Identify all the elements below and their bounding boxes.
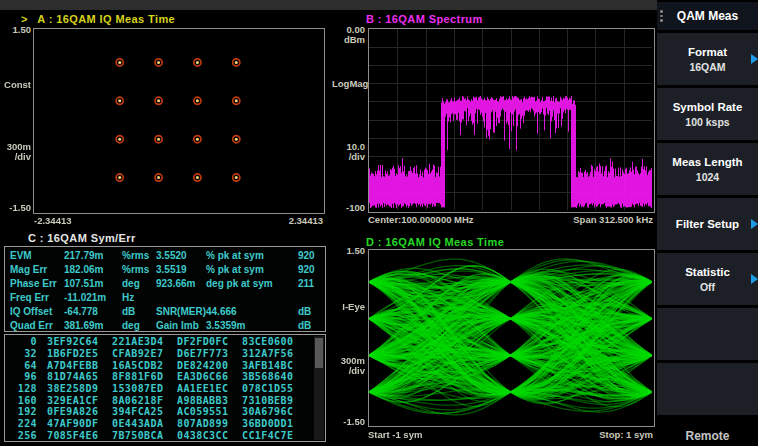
trace-d-title: D : 16QAM IQ Meas Time — [366, 236, 504, 248]
eye-plot — [368, 249, 655, 427]
softkey-filter-setup[interactable]: Filter Setup — [657, 198, 758, 250]
sym-err-row: IQ Offset-64.778dBSNR(MER)44.666dB — [5, 304, 325, 318]
hex-row: 03EF92C64221AE3D4DF2FD0FC83CE0600 — [5, 336, 325, 348]
sym-err-table: EVM217.79m%rms3.5520% pk at sym920Mag Er… — [4, 246, 326, 332]
trace-a-title: A : 16QAM IQ Meas Time — [37, 13, 175, 25]
b-axis-scale-unit: /div — [332, 151, 365, 162]
trace-b-title: B : 16QAM Spectrum — [366, 13, 483, 25]
b-axis-format: LogMag — [332, 78, 365, 89]
a-axis-format: Const — [0, 79, 31, 90]
submenu-arrow-icon — [751, 54, 758, 64]
hex-row: 2567085F4E67B750BCA0438C3CCCC1F4C7E — [5, 430, 325, 442]
hex-row: 321B6FD2E5CFAB92E7D6E7F773312A7F56 — [5, 348, 325, 360]
sym-err-row: Freq Err-11.021mHz — [5, 290, 325, 304]
spectrum-canvas — [369, 29, 652, 210]
a-axis-ref-bottom: -1.50 — [0, 202, 31, 213]
softkey-format[interactable]: Format16QAM — [657, 33, 758, 85]
hex-row: 64A7D4FEBB16A5CDB2DE8242003AFB14BC — [5, 359, 325, 371]
hex-row: 160329EA1CF8A06218FA98BABB37310BEB9 — [5, 394, 325, 406]
trace-c-title: C : 16QAM Sym/Err — [28, 232, 136, 244]
a-axis-x-right: 2.34413 — [233, 215, 323, 226]
sym-err-row: Quad Err381.69mdegGain Imb3.5359mdB — [5, 318, 325, 332]
d-axis-scale-unit: /div — [332, 365, 365, 376]
hex-row: 12838E258D9153087EDAA1EE1EC078C1D55 — [5, 383, 325, 395]
softkey-menu: QAM Meas Format16QAMSymbol Rate100 kspsM… — [657, 0, 758, 446]
symbol-hex-table: 03EF92C64221AE3D4DF2FD0FC83CE0600321B6FD… — [4, 334, 326, 442]
spectrum-plot — [368, 28, 655, 213]
constellation-canvas — [34, 29, 322, 211]
softkey-empty-6[interactable] — [657, 363, 758, 415]
menu-handle-icon — [660, 10, 663, 22]
softkey-empty-5[interactable] — [657, 308, 758, 360]
b-span: Span 312.500 kHz — [503, 214, 653, 225]
b-axis-ref-bottom: -100 — [332, 202, 365, 213]
d-start-label: Start -1 sym — [368, 429, 422, 440]
b-axis-ref-unit: dBm — [332, 34, 365, 45]
constellation-plot — [33, 28, 325, 214]
b-center-freq: Center:100.000000 MHz — [368, 214, 474, 225]
top-strip — [0, 0, 657, 10]
hex-row: 9681D74A658F881F6DEA3D6C663B568640 — [5, 371, 325, 383]
sym-err-row: Phase Err107.51mdeg923.66mdeg pk at sym2… — [5, 276, 325, 290]
a-axis-ref-top: 1.50 — [0, 24, 31, 35]
menu-title: QAM Meas — [677, 9, 738, 23]
analyzer-screen: > A : 16QAM IQ Meas Time 1.50 Const 300m… — [0, 0, 758, 446]
hex-row: 22447AF90DF0E443ADA807AD89936BD0DD1 — [5, 418, 325, 430]
menu-title-bar[interactable]: QAM Meas — [657, 2, 758, 30]
d-axis-ref-top: 1.50 — [332, 245, 365, 256]
sym-err-row: Mag Err182.06m%rms3.5519% pk at sym920 — [5, 262, 325, 276]
hex-row: 1920FE9A826394FCA25AC05955130A6796C — [5, 406, 325, 418]
d-stop-label: Stop: 1 sym — [523, 429, 653, 440]
hex-table-scroll-thumb[interactable] — [315, 338, 323, 368]
d-axis-ref-bottom: -1.50 — [332, 416, 365, 427]
submenu-arrow-icon — [751, 219, 758, 229]
submenu-arrow-icon — [751, 274, 758, 284]
a-axis-scale-unit: /div — [0, 151, 31, 162]
softkey-symbol-rate[interactable]: Symbol Rate100 ksps — [657, 88, 758, 140]
softkey-statistic[interactable]: StatisticOff — [657, 253, 758, 305]
d-axis-format: I-Eye — [332, 301, 365, 312]
a-axis-x-left: -2.34413 — [34, 215, 72, 226]
softkey-meas-length[interactable]: Meas Length1024 — [657, 143, 758, 195]
hex-table-scrollbar[interactable] — [314, 336, 324, 440]
sym-err-row: EVM217.79m%rms3.5520% pk at sym920 — [5, 248, 325, 262]
remote-status: Remote — [657, 429, 758, 443]
eye-canvas — [369, 250, 652, 424]
